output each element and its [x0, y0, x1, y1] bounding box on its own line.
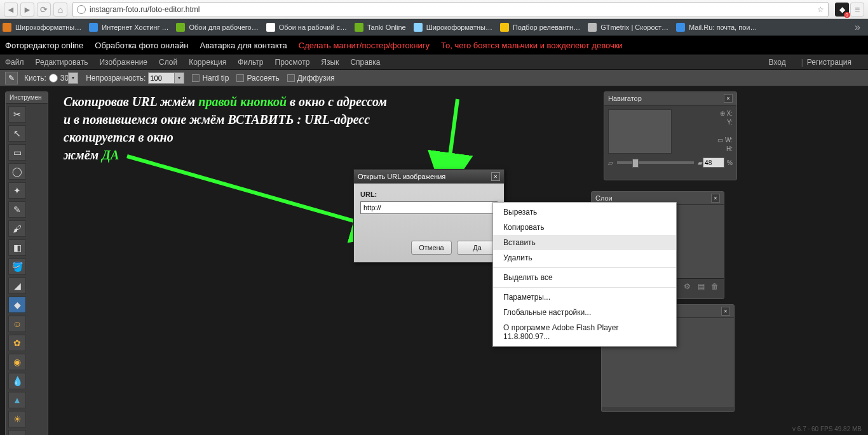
brush-preview-icon[interactable] — [49, 74, 58, 83]
burn-tool[interactable]: ● — [8, 430, 26, 435]
bookmark-icon — [676, 23, 685, 32]
heal-tool[interactable]: ☺ — [8, 316, 26, 332]
ctx-global[interactable]: Глобальные настройки... — [493, 305, 676, 320]
extension-icon[interactable]: ◆0 — [835, 3, 849, 17]
brush-label: Кисть:30▾ — [24, 72, 78, 84]
eraser-tool[interactable]: ◧ — [8, 239, 26, 256]
menu-filter[interactable]: Фильтр — [238, 58, 263, 67]
panel-close-icon[interactable]: × — [721, 307, 730, 316]
bookmark-item[interactable]: Широкоформатны… — [414, 23, 492, 32]
site-nav-link[interactable]: Обработка фото онлайн — [95, 41, 188, 50]
zoom-input[interactable] — [703, 157, 724, 168]
menu-edit[interactable]: Редактировать — [36, 58, 88, 67]
site-nav-link[interactable]: Аватарка для контакта — [200, 41, 287, 50]
bookmark-item[interactable]: Обои на рабочий с… — [266, 23, 347, 32]
globe-icon — [77, 5, 86, 14]
lasso-icon[interactable]: ✎ — [5, 72, 18, 84]
opacity-dropdown[interactable]: ▾ — [174, 72, 184, 84]
ctx-select-all[interactable]: Выделить все — [493, 270, 676, 285]
menu-help[interactable]: Справка — [350, 58, 380, 67]
brush-dropdown[interactable]: ▾ — [68, 72, 78, 84]
bookmark-item[interactable]: Широкоформатны… — [3, 23, 81, 32]
bookmark-item[interactable]: GTmetrix | Скорост… — [588, 23, 668, 32]
bookmark-item[interactable]: Mail.Ru: почта, пои… — [676, 23, 757, 32]
menu-image[interactable]: Изображение — [99, 58, 147, 67]
panel-close-icon[interactable]: × — [711, 194, 720, 203]
option-bar: ✎ Кисть:30▾ Непрозрачность:▾ Hard tip Ра… — [0, 70, 868, 86]
wand-tool[interactable]: ✦ — [8, 182, 26, 199]
bookmark-item[interactable]: Обои для рабочего… — [176, 23, 258, 32]
bookmark-icon — [355, 23, 363, 32]
ctx-params[interactable]: Параметры... — [493, 290, 676, 305]
marquee-tool[interactable]: ▭ — [8, 144, 26, 161]
lasso-tool[interactable]: ◯ — [8, 163, 26, 180]
dialog-title: Открыть URL изображения — [358, 173, 445, 180]
smudge-tool[interactable]: ✿ — [8, 335, 26, 351]
bookmark-icon — [89, 23, 98, 32]
url-input[interactable] — [360, 201, 498, 214]
forward-button[interactable]: ► — [20, 3, 34, 17]
fill-tool[interactable]: 🪣 — [8, 258, 26, 275]
site-nav-link[interactable]: Сделать магнит/постер/фотокнигу — [299, 41, 430, 50]
ctx-copy[interactable]: Копировать — [493, 220, 676, 235]
login-link[interactable]: Вход — [769, 58, 786, 67]
bookmark-icon — [414, 23, 423, 32]
bookmark-icon — [500, 23, 509, 32]
site-nav-link[interactable]: Фоторедактор online — [5, 41, 83, 50]
hardtip-checkbox[interactable]: Hard tip — [192, 74, 229, 83]
url-label: URL: — [360, 191, 377, 198]
url-bar[interactable]: instagram-foto.ru/foto-editor.html ☆ — [72, 2, 829, 17]
reload-button[interactable]: ⟳ — [37, 3, 51, 17]
menu-view[interactable]: Просмотр — [275, 58, 310, 67]
menu-correction[interactable]: Коррекция — [189, 58, 226, 67]
sponge-tool[interactable]: ◉ — [8, 354, 26, 370]
sharpen-tool[interactable]: ▲ — [8, 392, 26, 408]
opacity-input[interactable] — [148, 72, 175, 84]
new-layer-icon[interactable]: ▤ — [696, 282, 706, 291]
toolbox-title: Инструмен — [6, 92, 48, 104]
bookmark-item[interactable]: Подбор релевантн… — [500, 23, 580, 32]
panel-close-icon[interactable]: × — [724, 94, 733, 103]
bookmark-item[interactable]: Tanki Online — [355, 23, 406, 32]
gradient-tool[interactable]: ◢ — [8, 278, 26, 294]
workspace: Инструмен ✂↖ ▭◯ ✦✎ 🖌◧ 🪣◢ ◆☺ ✿◉ 💧▲ ☀● 🔍✋ … — [0, 86, 868, 435]
delete-layer-icon[interactable]: 🗑 — [710, 282, 720, 291]
zoom-out-icon[interactable]: ▱ — [608, 159, 613, 166]
menu-language[interactable]: Язык — [321, 58, 339, 67]
menu-file[interactable]: Файл — [5, 58, 24, 67]
scatter-checkbox[interactable]: Рассеять — [236, 74, 279, 83]
bookmarks-overflow-button[interactable]: » — [850, 22, 865, 33]
cancel-button[interactable]: Отмена — [411, 241, 452, 255]
back-button[interactable]: ◄ — [4, 3, 18, 17]
context-menu: Вырезать Копировать Вставить Удалить Выд… — [492, 202, 677, 347]
zoom-in-icon[interactable]: ▰ — [698, 159, 703, 166]
version-label: v 6.7 · 60 FPS 49.82 MB — [792, 425, 862, 432]
bookmark-icon — [176, 23, 185, 32]
site-nav-link[interactable]: То, чего боятся мальчики и вожделеют дев… — [441, 41, 623, 50]
diffuse-checkbox[interactable]: Диффузия — [287, 74, 335, 83]
navigator-preview[interactable] — [608, 109, 672, 154]
ctx-cut[interactable]: Вырезать — [493, 204, 676, 220]
navigator-title: Навигатор — [608, 95, 642, 102]
ctx-about[interactable]: О программе Adobe Flash Player 11.8.800.… — [493, 320, 676, 344]
bookmark-item[interactable]: Интернет Хостинг … — [89, 23, 168, 32]
home-button[interactable]: ⌂ — [53, 3, 67, 17]
crop-tool[interactable]: ✂ — [8, 106, 26, 123]
clone-tool[interactable]: ◆ — [8, 297, 26, 313]
layer-settings-icon[interactable]: ⚙ — [682, 282, 692, 291]
ctx-paste[interactable]: Вставить — [493, 235, 676, 250]
menu-layer[interactable]: Слой — [159, 58, 177, 67]
layers-title: Слои — [595, 194, 613, 202]
brush-tool[interactable]: 🖌 — [8, 220, 26, 237]
pencil-tool[interactable]: ✎ — [8, 201, 26, 218]
zoom-slider[interactable] — [617, 161, 694, 164]
move-tool[interactable]: ↖ — [8, 125, 26, 142]
ctx-delete[interactable]: Удалить — [493, 250, 676, 265]
ok-button[interactable]: Да — [457, 241, 498, 255]
register-link[interactable]: Регистрация — [807, 58, 851, 67]
browser-menu-button[interactable]: ≡ — [850, 3, 864, 17]
star-icon[interactable]: ☆ — [817, 5, 824, 14]
close-icon[interactable]: × — [491, 172, 500, 181]
blur-tool[interactable]: 💧 — [8, 373, 26, 389]
dodge-tool[interactable]: ☀ — [8, 411, 26, 427]
